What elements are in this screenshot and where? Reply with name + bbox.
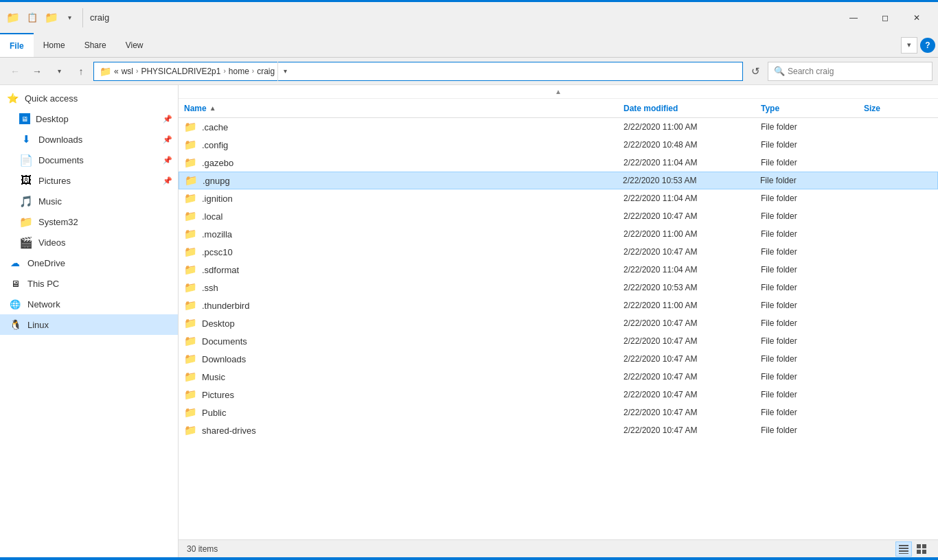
sidebar-label-downloads: Downloads — [38, 135, 157, 145]
file-date: 2/22/2020 11:00 AM — [624, 122, 761, 132]
table-row[interactable]: 📁 .local 2/22/2020 10:47 AM File folder — [179, 207, 938, 225]
large-icons-view-btn[interactable] — [913, 541, 930, 557]
folder-row-icon: 📁 — [184, 424, 198, 436]
sidebar-item-downloads[interactable]: ⬇ Downloads 📌 — [0, 129, 178, 150]
file-name: .thunderbird — [202, 301, 624, 311]
file-name: .gazebo — [202, 158, 624, 168]
sidebar-item-quick-access[interactable]: ⭐ Quick access — [0, 88, 178, 108]
table-row[interactable]: 📁 .gnupg 2/22/2020 10:53 AM File folder — [179, 172, 938, 189]
file-type: File folder — [760, 176, 863, 185]
refresh-button[interactable]: ↺ — [746, 62, 765, 81]
table-row[interactable]: 📁 .sdformat 2/22/2020 11:04 AM File fold… — [179, 261, 938, 279]
table-row[interactable]: 📁 shared-drives 2/22/2020 10:47 AM File … — [179, 421, 938, 439]
forward-button[interactable]: → — [27, 62, 47, 81]
file-type: File folder — [761, 140, 864, 150]
network-icon: 🌐 — [8, 297, 22, 311]
folder-row-icon: 📁 — [184, 192, 198, 205]
minimize-button[interactable]: ― — [838, 7, 869, 29]
pin-pictures: 📌 — [163, 176, 172, 185]
table-row[interactable]: 📁 .mozilla 2/22/2020 11:00 AM File folde… — [179, 225, 938, 243]
file-type: File folder — [761, 122, 864, 132]
svg-rect-5 — [922, 544, 926, 548]
svg-rect-4 — [917, 544, 921, 548]
collapse-arrow-icon: ▲ — [555, 88, 562, 95]
path-seg-craig[interactable]: craig — [257, 67, 275, 76]
table-row[interactable]: 📁 .config 2/22/2020 10:48 AM File folder — [179, 136, 938, 154]
title-sep — [82, 8, 83, 27]
table-row[interactable]: 📁 Downloads 2/22/2020 10:47 AM File fold… — [179, 350, 938, 368]
table-row[interactable]: 📁 .ignition 2/22/2020 11:04 AM File fold… — [179, 189, 938, 207]
file-type: File folder — [761, 229, 864, 239]
svg-rect-1 — [899, 548, 908, 549]
details-view-btn[interactable] — [895, 541, 912, 557]
search-box[interactable]: 🔍 — [768, 62, 933, 81]
file-date: 2/22/2020 11:04 AM — [624, 265, 761, 275]
sidebar-item-thispc[interactable]: 🖥 This PC — [0, 273, 178, 294]
title-bar: 📁 📋 📁 ▾ craig ― ◻ ✕ — [0, 0, 938, 33]
file-date: 2/22/2020 10:53 AM — [623, 176, 760, 185]
search-input[interactable] — [788, 67, 926, 76]
file-date: 2/22/2020 10:48 AM — [624, 140, 761, 150]
path-seg-wsl[interactable]: wsl — [122, 67, 133, 76]
sidebar-item-system32[interactable]: 📁 System32 — [0, 211, 178, 232]
tab-view[interactable]: View — [116, 33, 153, 57]
file-name: Public — [202, 408, 624, 418]
file-name: .ssh — [202, 283, 624, 293]
table-row[interactable]: 📁 Public 2/22/2020 10:47 AM File folder — [179, 404, 938, 421]
tab-home[interactable]: Home — [34, 33, 75, 57]
table-row[interactable]: 📁 Desktop 2/22/2020 10:47 AM File folder — [179, 314, 938, 332]
maximize-button[interactable]: ◻ — [869, 7, 901, 29]
col-date-header[interactable]: Date modified — [624, 104, 761, 113]
sidebar-item-network[interactable]: 🌐 Network — [0, 294, 178, 314]
col-type-header[interactable]: Type — [761, 104, 864, 113]
table-row[interactable]: 📁 .thunderbird 2/22/2020 11:00 AM File f… — [179, 296, 938, 314]
file-type: File folder — [761, 372, 864, 382]
sidebar-item-linux[interactable]: 🐧 Linux — [0, 314, 178, 335]
collapse-row[interactable]: ▲ — [179, 85, 938, 99]
sidebar-label-system32: System32 — [38, 217, 172, 227]
table-row[interactable]: 📁 .ssh 2/22/2020 10:53 AM File folder — [179, 279, 938, 296]
sidebar-item-pictures[interactable]: 🖼 Pictures 📌 — [0, 170, 178, 191]
file-name: .sdformat — [202, 265, 624, 275]
sidebar-item-music[interactable]: 🎵 Music — [0, 191, 178, 211]
address-dropdown-btn[interactable]: ▾ — [277, 62, 293, 81]
title-bar-icons: 📁 📋 📁 ▾ — [5, 8, 86, 27]
close-button[interactable]: ✕ — [901, 7, 933, 29]
main: ⭐ Quick access 🖥 Desktop 📌 ⬇ Downloads 📌… — [0, 85, 938, 557]
folder2-icon: 📁 — [44, 10, 59, 25]
path-seg-home[interactable]: home — [229, 67, 249, 76]
folder-row-icon: 📁 — [184, 139, 198, 151]
sidebar-item-onedrive[interactable]: ☁ OneDrive — [0, 253, 178, 273]
tab-file[interactable]: File — [0, 33, 34, 57]
table-row[interactable]: 📁 Pictures 2/22/2020 10:47 AM File folde… — [179, 386, 938, 404]
table-row[interactable]: 📁 Documents 2/22/2020 10:47 AM File fold… — [179, 332, 938, 350]
thispc-icon: 🖥 — [8, 277, 22, 290]
file-date: 2/22/2020 10:47 AM — [624, 425, 761, 435]
help-button[interactable]: ? — [920, 38, 935, 53]
file-date: 2/22/2020 11:00 AM — [624, 229, 761, 239]
path-seg-drive[interactable]: PHYSICALDRIVE2p1 — [141, 67, 220, 76]
file-type: File folder — [761, 408, 864, 417]
table-row[interactable]: 📁 .pcsc10 2/22/2020 10:47 AM File folder — [179, 243, 938, 261]
address-path[interactable]: 📁 « wsl › PHYSICALDRIVE2p1 › home › crai… — [93, 62, 743, 81]
folder-row-icon: 📁 — [184, 317, 198, 329]
col-name-header[interactable]: Name ▲ — [184, 104, 624, 113]
title-dropdown-btn[interactable]: ▾ — [63, 12, 76, 24]
table-row[interactable]: 📁 .gazebo 2/22/2020 11:04 AM File folder — [179, 154, 938, 172]
col-size-header[interactable]: Size — [864, 104, 933, 113]
table-row[interactable]: 📁 Music 2/22/2020 10:47 AM File folder — [179, 368, 938, 386]
sidebar-label-onedrive: OneDrive — [27, 258, 172, 268]
sidebar-label-thispc: This PC — [27, 279, 172, 289]
up-button[interactable]: ↑ — [71, 62, 91, 81]
file-date: 2/22/2020 11:04 AM — [624, 194, 761, 203]
table-row[interactable]: 📁 .cache 2/22/2020 11:00 AM File folder — [179, 118, 938, 136]
sidebar-item-desktop[interactable]: 🖥 Desktop 📌 — [0, 108, 178, 129]
ribbon-expand-btn[interactable]: ▾ — [901, 37, 917, 54]
tab-share[interactable]: Share — [75, 33, 116, 57]
sidebar-item-videos[interactable]: 🎬 Videos — [0, 232, 178, 253]
file-name: .cache — [202, 122, 624, 132]
back-button[interactable]: ← — [5, 62, 25, 81]
sidebar-item-documents[interactable]: 📄 Documents 📌 — [0, 150, 178, 170]
recent-locations-button[interactable]: ▾ — [49, 62, 69, 81]
file-name: .gnupg — [203, 176, 623, 186]
